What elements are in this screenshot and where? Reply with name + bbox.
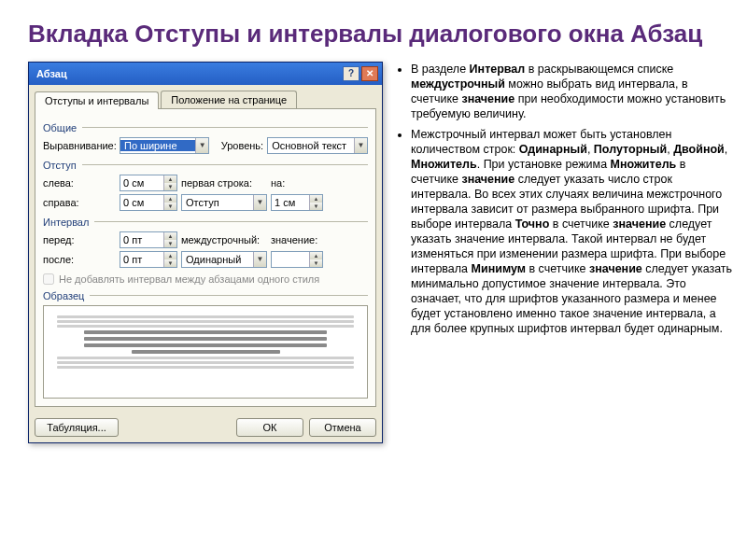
group-indent: Отступ [43,160,77,171]
group-general: Общие [43,122,77,133]
alignment-combo[interactable]: По ширине▼ [120,137,209,154]
line-spacing-at-spinner[interactable]: ▲▼ [271,251,323,268]
chevron-down-icon[interactable]: ▼ [195,138,208,153]
tab-indents-spacing[interactable]: Отступы и интервалы [35,91,159,109]
line-spacing-at-label: значение: [271,234,317,245]
group-preview: Образец [43,290,84,301]
indent-right-label: справа: [43,197,116,208]
ok-button[interactable]: ОК [236,418,303,437]
outline-level-combo[interactable]: Основной текст▼ [267,137,368,154]
alignment-label: Выравнивание: [43,140,116,151]
titlebar[interactable]: Абзац ? ✕ [29,63,382,85]
bullet-item: Межстрочный интервал может быть установл… [411,127,734,336]
first-line-by-spinner[interactable]: 1 см▲▼ [271,194,323,211]
tabs-button[interactable]: Табуляция... [35,418,119,437]
help-icon[interactable]: ? [343,66,359,81]
chevron-down-icon[interactable]: ▼ [253,252,266,267]
paragraph-dialog: Абзац ? ✕ Отступы и интервалы Положение … [28,62,383,443]
space-after-label: после: [43,254,116,265]
indent-left-spinner[interactable]: 0 см▲▼ [120,175,177,191]
bullet-item: В разделе Интервал в раскрывающемся спис… [411,62,734,121]
space-after-spinner[interactable]: 0 пт▲▼ [120,251,177,268]
space-before-spinner[interactable]: 0 пт▲▼ [120,231,177,248]
preview-box [43,305,368,399]
indent-left-label: слева: [43,177,116,189]
indent-right-spinner[interactable]: 0 см▲▼ [120,194,177,211]
no-space-same-style-checkbox[interactable]: Не добавлять интервал между абзацами одн… [43,273,368,285]
first-line-label: первая строка: [181,177,267,189]
outline-level-label: Уровень: [213,140,263,151]
description-text: В разделе Интервал в раскрывающемся спис… [396,62,734,443]
cancel-button[interactable]: Отмена [309,418,376,437]
space-before-label: перед: [43,234,116,245]
no-space-same-style-input[interactable] [43,273,54,285]
dialog-title: Абзац [36,68,341,79]
first-line-by-label: на: [271,177,295,189]
line-spacing-label: междустрочный: [181,234,267,245]
tab-line-page-breaks[interactable]: Положение на странице [161,91,297,108]
slide-title: Вкладка Отступы и интервалы диалогового … [28,21,734,49]
chevron-down-icon[interactable]: ▼ [253,195,266,210]
line-spacing-combo[interactable]: Одинарный▼ [181,251,267,268]
close-icon[interactable]: ✕ [361,66,378,81]
first-line-combo[interactable]: Отступ▼ [181,194,267,211]
group-spacing: Интервал [43,217,89,228]
chevron-down-icon[interactable]: ▼ [354,138,367,153]
